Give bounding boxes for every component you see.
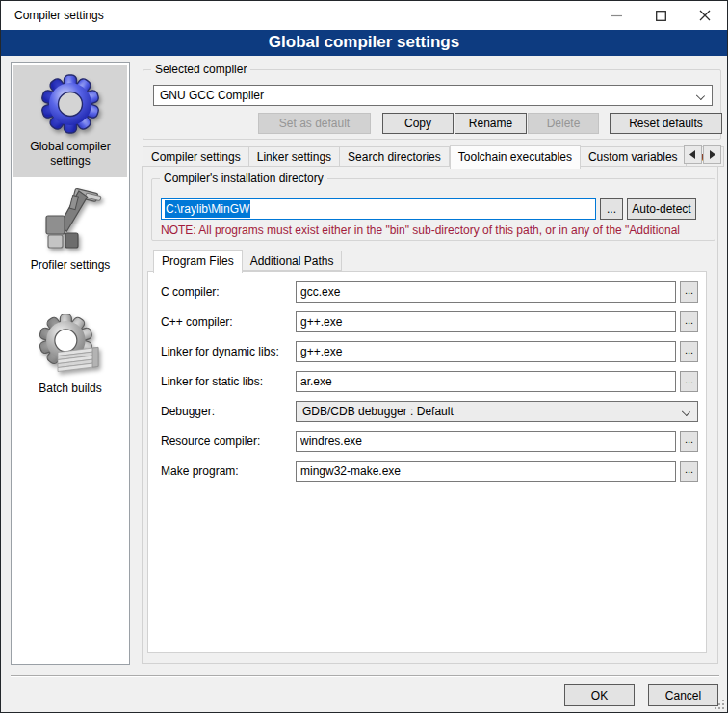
resource-compiler-browse-button[interactable]: ...: [680, 431, 698, 452]
program-files-page: C compiler: ... C++ compiler: ... Linker…: [147, 271, 707, 653]
footer-divider: [11, 675, 719, 677]
ok-button[interactable]: OK: [564, 684, 635, 706]
blue-gear-icon: [39, 72, 102, 136]
subtab-program-files[interactable]: Program Files: [153, 250, 243, 273]
cancel-button[interactable]: Cancel: [648, 684, 718, 706]
cpp-compiler-input[interactable]: [296, 311, 676, 332]
close-icon: [699, 10, 711, 21]
tab-scroll-left-button[interactable]: [684, 145, 702, 164]
sidebar-item-label: Global compiler settings: [13, 140, 127, 169]
tab-compiler-settings[interactable]: Compiler settings: [143, 146, 249, 167]
make-program-label: Make program:: [161, 461, 239, 482]
tab-custom-variables[interactable]: Custom variables: [581, 146, 687, 167]
tab-linker-settings[interactable]: Linker settings: [249, 146, 340, 167]
static-linker-label: Linker for static libs:: [161, 371, 263, 392]
selected-compiler-group: Selected compiler GNU GCC Compiler Set a…: [143, 69, 721, 140]
toolchain-subtabbar: Program Files Additional Paths: [153, 250, 342, 271]
installation-directory-input[interactable]: C:\raylib\MinGW: [161, 198, 596, 220]
maximize-button[interactable]: [638, 1, 683, 30]
c-compiler-input[interactable]: [296, 281, 676, 303]
dynamic-linker-browse-button[interactable]: ...: [680, 341, 698, 362]
installation-directory-group-label: Compiler's installation directory: [160, 172, 327, 185]
copy-button[interactable]: Copy: [382, 113, 454, 134]
tab-search-directories[interactable]: Search directories: [340, 146, 450, 167]
window-title: Compiler settings: [14, 1, 104, 30]
selected-compiler-group-label: Selected compiler: [151, 63, 250, 76]
gear-stack-icon: [39, 314, 102, 378]
make-program-input[interactable]: [296, 461, 676, 482]
installation-directory-value: C:\raylib\MinGW: [165, 200, 250, 218]
cpp-compiler-label: C++ compiler:: [161, 311, 233, 332]
settings-category-list: Global compiler settings Profiler settin…: [11, 62, 130, 665]
titlebar[interactable]: Compiler settings: [1, 1, 727, 30]
tab-left-arrow-icon: [689, 150, 696, 159]
sidebar-item-profiler-settings[interactable]: Profiler settings: [13, 179, 127, 281]
sidebar-item-label: Profiler settings: [13, 258, 127, 273]
reset-defaults-button[interactable]: Reset defaults: [610, 113, 722, 134]
static-linker-browse-button[interactable]: ...: [680, 371, 698, 392]
debugger-label: Debugger:: [161, 401, 215, 422]
page-title: Global compiler settings: [1, 30, 727, 56]
tab-toolchain-executables[interactable]: Toolchain executables: [450, 145, 581, 169]
cpp-compiler-browse-button[interactable]: ...: [680, 311, 698, 332]
debugger-select-value: GDB/CDB debugger : Default: [302, 405, 454, 418]
rename-button[interactable]: Rename: [455, 113, 527, 134]
maximize-icon: [656, 11, 666, 21]
resource-compiler-input[interactable]: [296, 431, 676, 452]
minimize-button[interactable]: [594, 1, 638, 30]
resource-compiler-label: Resource compiler:: [161, 431, 260, 452]
browse-directory-button[interactable]: ...: [600, 198, 623, 220]
resize-grip[interactable]: [715, 700, 725, 710]
delete-button[interactable]: Delete: [528, 113, 599, 134]
close-button[interactable]: [683, 1, 727, 30]
compiler-select[interactable]: GNU GCC Compiler: [153, 85, 713, 106]
subtab-additional-paths[interactable]: Additional Paths: [243, 251, 343, 271]
debugger-select[interactable]: GDB/CDB debugger : Default: [296, 401, 698, 422]
caliper-icon: [39, 187, 102, 254]
tab-scroll-buttons: [683, 145, 721, 164]
bin-subdirectory-note: NOTE: All programs must exist either in …: [161, 224, 715, 237]
tab-right-arrow-icon: [709, 150, 715, 159]
compiler-select-value: GNU GCC Compiler: [160, 89, 264, 102]
chevron-down-icon: [696, 92, 705, 100]
sidebar-item-global-compiler-settings[interactable]: Global compiler settings: [13, 65, 127, 177]
c-compiler-browse-button[interactable]: ...: [680, 281, 698, 303]
dynamic-linker-label: Linker for dynamic libs:: [161, 341, 279, 362]
set-as-default-button[interactable]: Set as default: [258, 113, 371, 134]
auto-detect-button[interactable]: Auto-detect: [627, 198, 696, 220]
static-linker-input[interactable]: [296, 371, 676, 392]
dynamic-linker-input[interactable]: [296, 341, 676, 362]
sidebar-item-label: Batch builds: [13, 382, 127, 396]
compiler-settings-window: Compiler settings Global compiler settin…: [0, 0, 728, 713]
tab-scroll-right-button[interactable]: [703, 145, 721, 164]
sidebar-item-batch-builds[interactable]: Batch builds: [13, 306, 127, 405]
settings-tabbar: Compiler settings Linker settings Search…: [143, 145, 724, 167]
c-compiler-label: C compiler:: [161, 281, 220, 303]
make-program-browse-button[interactable]: ...: [680, 461, 698, 482]
chevron-down-icon: [682, 408, 690, 416]
minimize-icon: [611, 11, 622, 21]
